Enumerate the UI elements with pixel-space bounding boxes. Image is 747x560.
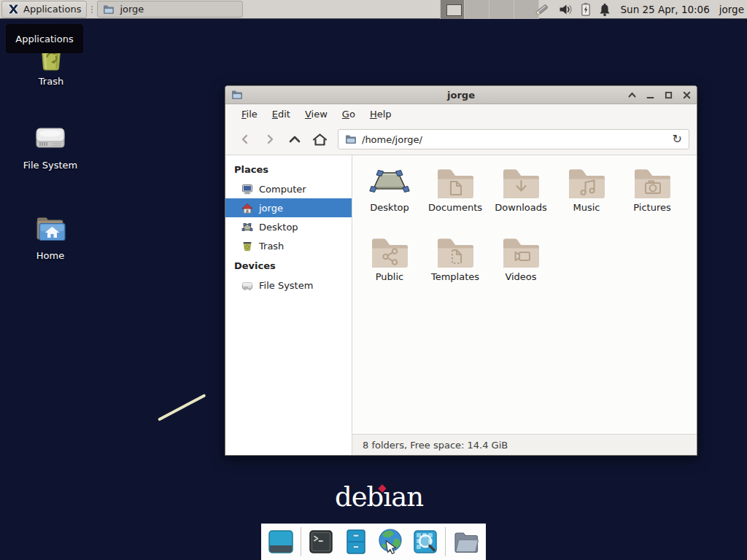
toolbar: ↻ (225, 124, 697, 155)
file-label: Templates (431, 271, 479, 282)
panel-handle[interactable] (88, 2, 95, 17)
main-area: Desktop Documents Do (352, 155, 697, 455)
tooltip-text: Applications (15, 34, 73, 44)
shade-button[interactable] (628, 91, 636, 99)
menu-file[interactable]: File (234, 109, 265, 120)
back-button[interactable] (233, 128, 258, 150)
desktop-icon-home[interactable]: Home (16, 211, 85, 261)
file-label: Downloads (495, 202, 546, 213)
close-button[interactable] (683, 91, 691, 99)
menu-go[interactable]: Go (335, 109, 363, 120)
desktop-icon (241, 222, 253, 233)
workspace-switcher (440, 0, 539, 19)
sidebar-item-file-system[interactable]: File System (225, 276, 352, 295)
file-desktop[interactable]: Desktop (357, 166, 422, 236)
sidebar-header-devices: Devices (225, 255, 352, 276)
hard-drive-icon (34, 122, 67, 155)
dock-panel (261, 524, 486, 560)
sidebar-item-trash[interactable]: Trash (225, 236, 352, 255)
maximize-button[interactable] (665, 91, 673, 99)
menu-help[interactable]: Help (363, 109, 399, 120)
file-documents[interactable]: Documents (422, 166, 488, 236)
file-videos[interactable]: Videos (488, 236, 554, 305)
applications-menu-label: Applications (23, 4, 81, 15)
username-label: jorge (719, 4, 744, 15)
desktop-icon-label: Home (36, 250, 64, 261)
directory-menu-launcher[interactable] (452, 527, 481, 556)
path-folder-icon (345, 134, 357, 144)
sidebar-item-label: jorge (259, 203, 283, 214)
web-browser-globe-icon (376, 527, 405, 556)
file-templates[interactable]: Templates (422, 236, 488, 305)
debian-logo-text-pre: deb (335, 481, 383, 513)
clock[interactable]: Sun 25 Apr, 10:06 (621, 4, 710, 15)
path-input[interactable] (362, 134, 667, 145)
stylus-icon[interactable] (534, 2, 551, 18)
sidebar-item-computer[interactable]: Computer (225, 179, 352, 198)
web-browser-launcher[interactable] (376, 527, 405, 556)
statusbar: 8 folders, Free space: 14.4 GiB (352, 434, 697, 455)
applications-tooltip: Applications (6, 24, 83, 53)
dock-separator (445, 527, 446, 556)
menu-view[interactable]: View (298, 109, 335, 120)
volume-icon[interactable] (559, 4, 573, 15)
applications-menu-button[interactable]: Applications (1, 1, 87, 18)
file-pictures[interactable]: Pictures (619, 166, 685, 236)
forward-button[interactable] (258, 128, 282, 150)
sidebar-item-label: Trash (259, 241, 284, 252)
workspace-1[interactable] (440, 0, 465, 19)
workspace-2[interactable] (465, 0, 489, 19)
file-manager-window: jorge File Edit View Go Help (225, 85, 697, 456)
reload-icon[interactable]: ↻ (673, 133, 682, 145)
minimize-button[interactable] (646, 91, 654, 99)
up-button[interactable] (282, 128, 307, 150)
menubar: File Edit View Go Help (225, 104, 697, 124)
taskbar-item-jorge[interactable]: jorge (97, 1, 243, 18)
desktop-icon-label: File System (23, 160, 77, 171)
folder-pictures-icon (632, 166, 673, 200)
computer-icon (241, 184, 253, 195)
file-grid: Desktop Documents Do (352, 155, 697, 434)
user-home-icon (241, 203, 253, 214)
sidebar-item-label: Computer (259, 184, 306, 195)
hard-drive-icon (241, 280, 253, 291)
top-panel: Applications jorge (0, 0, 747, 19)
forward-icon (264, 133, 276, 145)
window-body: Places Computer jorge (225, 155, 697, 455)
window-controls (628, 91, 691, 99)
workspace-3[interactable] (489, 0, 514, 19)
back-icon (239, 133, 251, 145)
trash-icon (241, 241, 253, 252)
menu-edit[interactable]: Edit (265, 109, 298, 120)
file-downloads[interactable]: Downloads (488, 166, 554, 236)
location-bar[interactable]: ↻ (338, 129, 689, 149)
show-desktop-button[interactable] (266, 527, 295, 556)
application-finder-launcher[interactable] (411, 527, 439, 556)
directory-folder-icon (452, 528, 481, 556)
xfce-logo-icon (7, 3, 20, 15)
desktop-icon-file-system[interactable]: File System (16, 122, 85, 171)
application-finder-icon (411, 528, 439, 556)
home-folder-icon (33, 211, 68, 245)
home-icon (312, 133, 328, 147)
folder-documents-icon (435, 166, 476, 200)
terminal-launcher[interactable] (307, 527, 336, 556)
sidebar-item-label: File System (259, 280, 313, 291)
desktop-stroke-artifact (158, 394, 206, 421)
debian-logo-text-post: an (391, 481, 423, 513)
notifications-bell-icon[interactable] (599, 3, 611, 17)
file-music[interactable]: Music (554, 166, 619, 236)
file-manager-launcher[interactable] (341, 527, 370, 556)
folder-icon (103, 4, 115, 15)
home-button[interactable] (307, 128, 332, 150)
sidebar-item-label: Desktop (259, 222, 298, 233)
file-label: Public (376, 271, 403, 282)
file-label: Videos (505, 271, 536, 282)
battery-icon[interactable] (581, 2, 591, 17)
file-public[interactable]: Public (357, 236, 422, 305)
sidebar-item-desktop[interactable]: Desktop (225, 217, 352, 236)
file-cabinet-icon (342, 528, 370, 556)
folder-downloads-icon (500, 166, 541, 200)
titlebar[interactable]: jorge (225, 86, 697, 104)
sidebar-item-jorge[interactable]: jorge (225, 198, 352, 217)
